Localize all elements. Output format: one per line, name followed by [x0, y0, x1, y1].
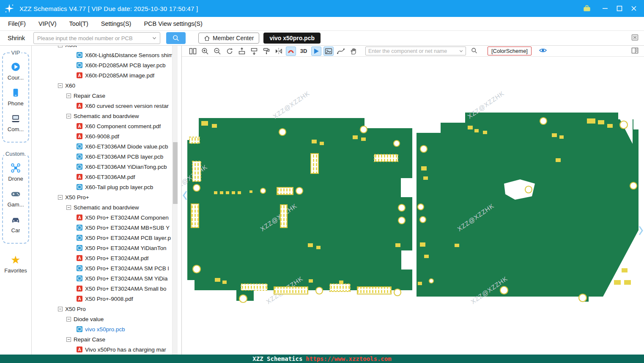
collapse-icon[interactable] [66, 317, 71, 322]
tree-item[interactable]: AX60-9008.pdf [32, 131, 181, 141]
tree-item[interactable]: X50 Pro+ ET3024AMA SM YiDia [32, 273, 181, 283]
visibility-eye-icon[interactable] [539, 46, 547, 56]
maximize-button[interactable] [613, 3, 626, 14]
tree-group[interactable]: Schematic and boardview [32, 202, 181, 212]
layers-panel-icon[interactable] [631, 47, 639, 56]
zoom-in-icon[interactable] [200, 47, 210, 56]
component-search-input[interactable] [367, 48, 458, 55]
mode-3d-icon[interactable]: 3D [298, 47, 309, 56]
model-search-box[interactable] [33, 32, 160, 44]
tree-group[interactable]: X50 Pro+ [32, 192, 181, 202]
tree-item[interactable]: AX60 curved screen version restar [32, 101, 181, 111]
member-center-button[interactable]: Member Center [198, 33, 259, 44]
pcb-file-icon [77, 326, 82, 332]
tree-item[interactable]: AX60-ET3036AM.pdf [32, 172, 181, 182]
topbar: Shrink Member Center vivo x50pro.pcb [0, 31, 644, 46]
menu-item-settings-s[interactable]: Settings(S) [95, 20, 138, 27]
tree-item[interactable]: AX50 Pro+-9008.pdf [32, 294, 181, 304]
pcb-file-icon [77, 52, 82, 58]
menu-item-tool-t[interactable]: Tool(T) [63, 20, 95, 27]
tree-group[interactable]: Repair Case [32, 334, 181, 344]
measure-curve-icon[interactable] [336, 47, 346, 56]
split-view-icon[interactable] [188, 47, 198, 56]
sidebar-group-vip: VIPCour...PhoneCom... [2, 52, 29, 143]
collapse-icon[interactable] [58, 46, 63, 47]
tree-item[interactable]: AX50 Pro+ ET3024AM.pdf [32, 253, 181, 263]
model-search-input[interactable] [36, 35, 151, 42]
pcb-viewport[interactable]: XZZ@XZZHK XZZ@XZZHK XZZ@XZZHK XZZ@XZZHK … [182, 57, 644, 355]
collapse-icon[interactable] [58, 195, 63, 200]
red-mask-icon[interactable] [286, 47, 296, 56]
tree-scrollbar-thumb[interactable] [173, 142, 178, 204]
tree-item[interactable]: AX50 Pro+ ET3024AMA Small bo [32, 283, 181, 294]
close-button[interactable] [627, 3, 641, 14]
briefcase-icon[interactable] [582, 4, 592, 13]
tree-item[interactable]: X50 Pro+ ET3024AM MB+SUB Y [32, 223, 181, 233]
sidebar-item-favorites[interactable]: ★ Favorites [0, 255, 31, 274]
sidebar-item-car[interactable]: Car [4, 214, 27, 234]
chevron-down-icon[interactable] [458, 48, 464, 54]
layer-bottom-icon[interactable] [249, 47, 259, 56]
select-arrow-icon[interactable] [311, 47, 321, 56]
tree-item[interactable]: AX60 Component comment.pdf [32, 121, 181, 131]
collapse-icon[interactable] [66, 94, 71, 98]
tree-item-label: X60t-PD2085AM PCB layer.pcb [85, 62, 166, 69]
collapse-icon[interactable] [66, 205, 71, 210]
minimize-button[interactable] [598, 3, 612, 14]
menu-item-file-f[interactable]: File(F) [2, 20, 32, 27]
tree-item[interactable]: X60t-Light&Distance Sensors shim [32, 50, 181, 60]
colorscheme-button[interactable]: [ColorScheme] [488, 47, 532, 55]
image-view-icon[interactable] [323, 47, 334, 56]
collapse-left-chevron-icon[interactable] [182, 190, 188, 202]
sidebar-item-com[interactable]: Com... [4, 113, 27, 132]
shrink-button[interactable]: Shrink [3, 35, 29, 41]
tree-item[interactable]: vivo x50pro.pcb [32, 324, 181, 334]
expand-right-chevron-icon[interactable] [638, 225, 644, 237]
tree-item[interactable]: X60t-PD2085AM PCB layer.pcb [32, 60, 181, 70]
tree-item[interactable]: X50 Pro+ ET3024AM PCB layer.p [32, 233, 181, 243]
tree-item[interactable]: X60-ET3036AM YiDianTong.pcb [32, 162, 181, 172]
sidebar-group-label: Custom. [4, 151, 27, 157]
tab-vivo-x50pro[interactable]: vivo x50pro.pcb [263, 33, 321, 44]
sidebar-item-drone[interactable]: Drone [4, 163, 27, 182]
zoom-out-icon[interactable] [212, 47, 222, 56]
sidebar-item-phone[interactable]: Phone [4, 88, 27, 107]
tree-group[interactable]: X60t [32, 46, 181, 50]
chevron-down-icon[interactable] [151, 35, 157, 41]
tree-item[interactable]: AVivo x50Pro has a charging mar [32, 344, 181, 355]
tree-group[interactable]: X50 Pro [32, 304, 181, 314]
mirror-flip-icon[interactable] [274, 47, 284, 56]
statusbar-url[interactable]: https://www.xzztools.com [306, 355, 391, 362]
component-search-box[interactable] [365, 47, 466, 55]
tree-group[interactable]: Diode value [32, 314, 181, 324]
collapse-icon[interactable] [66, 114, 71, 118]
refresh-icon[interactable] [225, 47, 235, 56]
tree-item[interactable]: X60-Tail plug pcb layer.pcb [32, 182, 181, 192]
tree-group[interactable]: Schematic and boardview [32, 111, 181, 121]
pcb-file-icon [77, 143, 82, 149]
menu-item-pcb-view-settings-s[interactable]: PCB View settings(S) [137, 20, 208, 27]
tree-item-label: X50 Pro+ ET3024AMA SM PCB l [85, 265, 169, 272]
tree-scrollbar[interactable] [172, 46, 178, 355]
collapse-icon[interactable] [66, 337, 71, 342]
sidebar-item-cour[interactable]: Cour... [4, 62, 27, 81]
search-button[interactable] [166, 32, 186, 44]
tree-item[interactable]: X50 Pro+ ET3024AMA SM PCB l [32, 263, 181, 273]
fill-color-icon[interactable] [261, 47, 271, 56]
tree-item[interactable]: X60-ET3036AM PCB layer.pcb [32, 151, 181, 162]
tree-item[interactable]: AX50 Pro+ ET3024AM Componen [32, 212, 181, 223]
tree-item[interactable]: X50 Pro+ ET3024AM YiDianTon [32, 243, 181, 253]
pan-hand-icon[interactable] [348, 47, 358, 56]
tree-item[interactable]: X60-ET3036AM Diode value.pcb [32, 141, 181, 151]
tree-group[interactable]: X60 [32, 80, 181, 91]
close-panel-icon[interactable] [631, 33, 639, 43]
tree-item[interactable]: AX60t-PD2085AM image.pdf [32, 70, 181, 80]
collapse-icon[interactable] [58, 83, 63, 88]
menu-item-vip-v[interactable]: VIP(V) [32, 20, 63, 27]
collapse-icon[interactable] [58, 307, 63, 311]
sidebar-item-gam[interactable]: Gam... [4, 189, 27, 208]
component-search-icon[interactable] [471, 47, 478, 55]
layer-top-icon[interactable] [237, 47, 247, 56]
svg-text:A: A [78, 297, 81, 301]
tree-group[interactable]: Repair Case [32, 91, 181, 101]
